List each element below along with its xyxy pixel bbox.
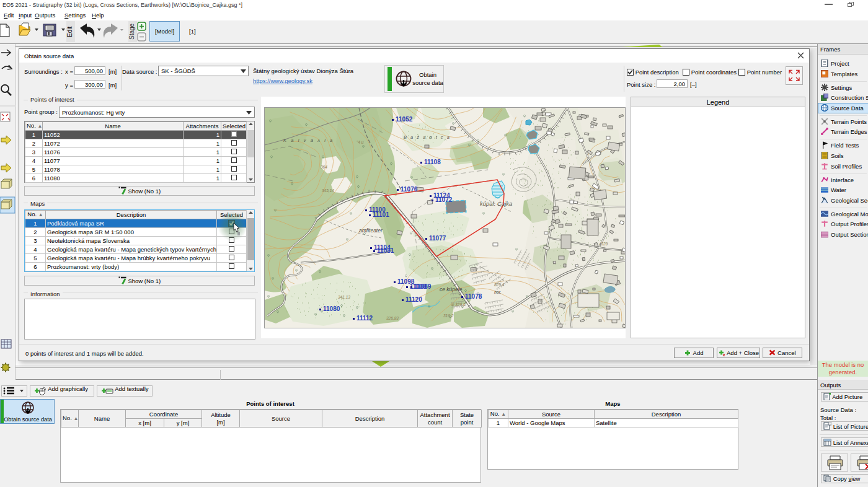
svg-text:11081: 11081: [377, 247, 394, 254]
svg-text:345,14: 345,14: [322, 188, 334, 193]
svg-text:11101: 11101: [373, 211, 389, 218]
svg-text:316,2: 316,2: [443, 314, 454, 318]
svg-text:11112: 11112: [356, 315, 373, 322]
svg-text:amfiteater: amfiteater: [359, 227, 383, 234]
svg-text:hor.: hor.: [494, 290, 502, 294]
svg-text:K a l v á λ i a: K a l v á λ i a: [283, 138, 334, 143]
svg-text:326,83: 326,83: [386, 316, 399, 320]
svg-text:kúpal. Čajka: kúpal. Čajka: [480, 200, 512, 207]
svg-text:11120: 11120: [405, 296, 422, 303]
svg-text:11077: 11077: [429, 235, 446, 242]
svg-text:"4 u: "4 u: [356, 140, 364, 144]
svg-text:ce kúpele: ce kúpele: [440, 286, 463, 292]
svg-text:329,4: 329,4: [494, 283, 505, 287]
svg-text:341,13: 341,13: [338, 295, 350, 299]
svg-text:364: 364: [321, 165, 327, 169]
svg-text:11078: 11078: [465, 293, 482, 300]
svg-text:11072: 11072: [435, 196, 453, 203]
svg-text:11052: 11052: [396, 116, 413, 123]
svg-text:11108: 11108: [424, 159, 441, 165]
svg-text:•329: •329: [600, 242, 608, 246]
svg-text:11080: 11080: [323, 305, 340, 312]
svg-text:11089: 11089: [414, 283, 432, 290]
svg-text:B a ž a n t c a: B a ž a n t c a: [404, 134, 451, 140]
svg-text:⊕ 329,6: ⊕ 329,6: [451, 302, 466, 307]
svg-text:11076: 11076: [401, 186, 418, 193]
